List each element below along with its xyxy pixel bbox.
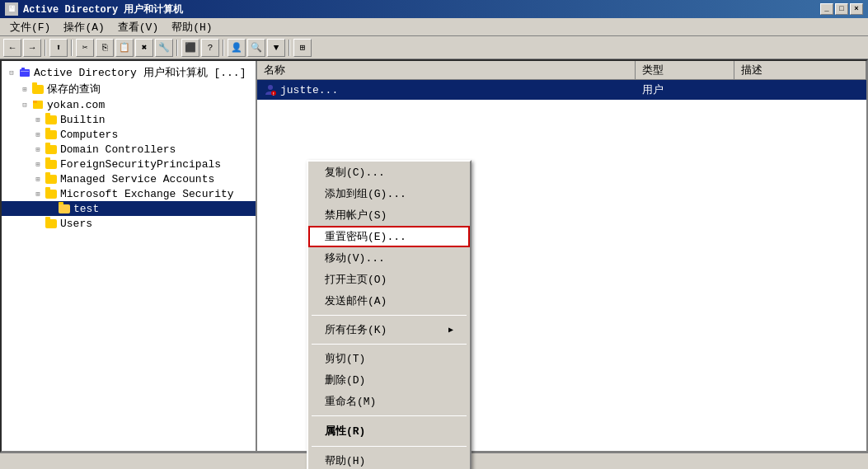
- saved-queries-label: 保存的查询: [47, 82, 101, 96]
- tree-saved-queries[interactable]: ⊞ 保存的查询: [2, 81, 256, 97]
- menu-help[interactable]: 帮助(H): [165, 18, 218, 36]
- ctx-reset-password[interactable]: 重置密码(E)...: [308, 226, 470, 247]
- expand-fsp[interactable]: ⊞: [31, 157, 45, 171]
- ctx-copy[interactable]: 复制(C)...: [308, 162, 470, 183]
- svg-rect-1: [21, 68, 25, 70]
- ctx-cut[interactable]: 剪切(T): [308, 348, 470, 369]
- up-button[interactable]: ⬆: [49, 39, 68, 57]
- expand-exchange[interactable]: ⊞: [31, 187, 45, 200]
- delete-button[interactable]: ✖: [135, 39, 153, 57]
- tree-test[interactable]: test: [2, 201, 256, 216]
- paste-button[interactable]: 📋: [115, 39, 134, 57]
- ctx-sep-1: [312, 315, 467, 316]
- list-row[interactable]: ! justte... 用户: [257, 80, 866, 100]
- toolbar: ← → ⬆ ✂ ⎘ 📋 ✖ 🔧 ⬛ ? 👤 🔍 ▼ ⊞: [0, 36, 868, 59]
- ctx-disable-account[interactable]: 禁用帐户(S): [308, 204, 470, 226]
- title-bar: 🖥 Active Directory 用户和计算机 _ □ ×: [0, 0, 868, 18]
- ctx-properties[interactable]: 属性(R): [308, 420, 470, 443]
- dc-icon: [45, 143, 58, 156]
- copy-button[interactable]: ⎘: [96, 39, 114, 57]
- computers-icon: [45, 128, 58, 141]
- cell-type: 用户: [636, 82, 734, 98]
- ad-root-icon: [18, 66, 31, 79]
- col-name[interactable]: 名称: [257, 61, 636, 79]
- ctx-move[interactable]: 移动(V)...: [308, 247, 470, 269]
- svg-point-5: [268, 85, 273, 90]
- tree-msa[interactable]: ⊞ Managed Service Accounts: [2, 171, 256, 186]
- expand-saved[interactable]: ⊞: [18, 82, 31, 96]
- tree-builtin[interactable]: ⊞ Builtin: [2, 112, 256, 127]
- back-button[interactable]: ←: [3, 39, 21, 57]
- users-icon: [45, 217, 58, 230]
- fsp-label: ForeignSecurityPrincipals: [60, 158, 221, 171]
- tree-domain-controllers[interactable]: ⊞ Domain Controllers: [2, 142, 256, 157]
- col-type[interactable]: 类型: [636, 61, 734, 79]
- ctx-help[interactable]: 帮助(H): [308, 450, 470, 469]
- menu-file[interactable]: 文件(F): [3, 18, 57, 36]
- expand-builtin[interactable]: ⊞: [31, 113, 45, 126]
- toolbar-sep-3: [176, 40, 178, 56]
- ctx-rename[interactable]: 重命名(M): [308, 391, 470, 412]
- test-label: test: [73, 203, 99, 215]
- extra-button[interactable]: ⊞: [293, 39, 312, 57]
- expand-root[interactable]: ⊟: [5, 66, 18, 79]
- expand-msa[interactable]: ⊞: [31, 172, 45, 185]
- domain-label: yokan.com: [47, 99, 105, 111]
- user-button[interactable]: 👤: [228, 39, 246, 57]
- close-button[interactable]: ×: [850, 3, 863, 15]
- expand-computers[interactable]: ⊞: [31, 128, 45, 141]
- builtin-label: Builtin: [60, 114, 106, 126]
- test-icon: [58, 202, 71, 215]
- tree-fsp[interactable]: ⊞ ForeignSecurityPrincipals: [2, 157, 256, 171]
- cut-button[interactable]: ✂: [76, 39, 94, 57]
- builtin-icon: [45, 113, 58, 126]
- ctx-all-tasks[interactable]: 所有任务(K) ▶: [308, 319, 470, 340]
- filter-button[interactable]: ▼: [267, 39, 285, 57]
- svg-rect-4: [33, 101, 37, 103]
- main-area: ⊟ Active Directory 用户和计算机 [...] ⊞ 保存的查询 …: [0, 59, 868, 453]
- expand-dc[interactable]: ⊞: [31, 143, 45, 156]
- msa-label: Managed Service Accounts: [60, 173, 214, 185]
- toolbar-sep-4: [223, 40, 224, 56]
- saved-queries-icon: [31, 82, 45, 96]
- forward-button[interactable]: →: [23, 39, 41, 57]
- cell-name: ! justte...: [257, 82, 636, 97]
- exchange-label: Microsoft Exchange Security: [60, 188, 234, 200]
- submenu-arrow: ▶: [448, 325, 453, 335]
- ctx-open-homepage[interactable]: 打开主页(O): [308, 269, 470, 290]
- ctx-send-email[interactable]: 发送邮件(A): [308, 290, 470, 312]
- new-button[interactable]: ⬛: [181, 39, 199, 57]
- menu-view[interactable]: 查看(V): [111, 18, 165, 36]
- expand-test[interactable]: [45, 202, 58, 215]
- help-button[interactable]: ?: [201, 39, 219, 57]
- tree-root-label: Active Directory 用户和计算机 [...]: [34, 65, 246, 80]
- tree-exchange[interactable]: ⊞ Microsoft Exchange Security: [2, 186, 256, 201]
- search-button[interactable]: 🔍: [247, 39, 265, 57]
- ctx-sep-2: [312, 344, 467, 345]
- tree-users[interactable]: Users: [2, 216, 256, 231]
- cell-desc: [734, 89, 866, 91]
- col-desc[interactable]: 描述: [734, 61, 866, 79]
- app-icon: 🖥: [5, 2, 18, 16]
- menu-action[interactable]: 操作(A): [57, 18, 110, 36]
- context-menu: 复制(C)... 添加到组(G)... 禁用帐户(S) 重置密码(E)... 移…: [307, 160, 472, 469]
- list-header: 名称 类型 描述: [257, 61, 866, 80]
- toolbar-sep-2: [71, 40, 73, 56]
- minimize-button[interactable]: _: [820, 3, 833, 15]
- expand-users[interactable]: [31, 217, 45, 230]
- expand-domain[interactable]: ⊟: [18, 98, 31, 111]
- dc-label: Domain Controllers: [60, 143, 176, 156]
- svg-rect-0: [20, 69, 30, 77]
- ctx-sep-4: [312, 446, 467, 447]
- tree-root[interactable]: ⊟ Active Directory 用户和计算机 [...]: [2, 64, 256, 81]
- tree-domain[interactable]: ⊟ yokan.com: [2, 97, 256, 112]
- tree-computers[interactable]: ⊞ Computers: [2, 127, 256, 142]
- ctx-delete[interactable]: 删除(D): [308, 369, 470, 391]
- maximize-button[interactable]: □: [835, 3, 848, 15]
- window-controls: _ □ ×: [820, 3, 863, 15]
- properties-button[interactable]: 🔧: [155, 39, 173, 57]
- exchange-icon: [45, 187, 58, 200]
- user-row-icon: !: [264, 83, 277, 96]
- ctx-add-to-group[interactable]: 添加到组(G)...: [308, 183, 470, 204]
- svg-rect-2: [21, 71, 29, 72]
